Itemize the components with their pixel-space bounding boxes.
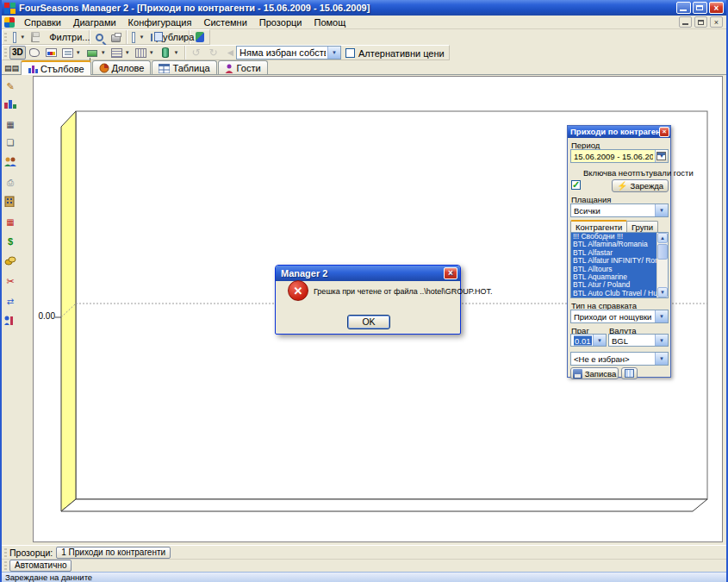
list-item[interactable]: BTL Alfamina/Romania: [571, 241, 656, 248]
filter-button[interactable]: Филтри...: [43, 30, 86, 44]
calculator-icon[interactable]: ▦: [3, 117, 17, 131]
pie-chart-icon: [99, 63, 109, 73]
toolbar-grip[interactable]: [4, 561, 7, 570]
hgrid-button[interactable]: ▼: [109, 46, 133, 59]
load-button[interactable]: ⚡ Зарежда: [612, 179, 669, 192]
list-item[interactable]: BTL Alfatur INFINITY/ Romani: [571, 257, 656, 265]
toolbar-grip[interactable]: [4, 548, 7, 557]
error-message: Грешка при четене от файла ..\hotel\GROU…: [314, 287, 455, 296]
window-cards-icon[interactable]: ▤▤: [3, 61, 17, 75]
threshold-input[interactable]: 0.01: [570, 334, 607, 347]
period-input[interactable]: 15.06.2009 - 15.06.2009: [570, 149, 669, 163]
menu-item[interactable]: Прозорци: [253, 16, 308, 28]
app-icon: [4, 3, 16, 14]
guests-group-icon[interactable]: [3, 155, 17, 169]
currency-select[interactable]: BGL: [608, 334, 669, 347]
legend-button[interactable]: ▼: [59, 46, 84, 59]
occupancy-grid-icon[interactable]: ▦: [3, 215, 17, 228]
tab-counteragents[interactable]: Контрагенти: [570, 220, 627, 232]
tab-bars[interactable]: Стълбове: [21, 60, 91, 75]
vgrid-button[interactable]: ▼: [133, 46, 157, 59]
panel-title-bar[interactable]: Приходи по контрагенти ×: [568, 126, 670, 138]
toolbar-grip[interactable]: [4, 48, 7, 57]
close-button[interactable]: ×: [709, 2, 724, 14]
cut-forbidden-icon[interactable]: ✂: [3, 274, 17, 288]
copy-window-icon[interactable]: ❏: [3, 135, 17, 149]
include-guests-checkbox[interactable]: [571, 180, 581, 190]
export-button[interactable]: ▼: [128, 30, 146, 44]
labels-button[interactable]: ▼: [84, 46, 109, 59]
restore-button[interactable]: [693, 2, 707, 14]
dollar-icon[interactable]: $: [3, 235, 17, 248]
duplicate-button[interactable]: Дублира: [146, 30, 186, 44]
alt-prices-checkbox[interactable]: [345, 47, 355, 58]
save-report-button[interactable]: Записва: [570, 367, 619, 379]
panel-close-icon[interactable]: ×: [659, 127, 669, 137]
chart-report-icon[interactable]: [3, 97, 17, 111]
edit-report-icon[interactable]: ✎: [3, 79, 17, 93]
list-item[interactable]: !!! Свободни !!!: [571, 233, 656, 241]
window-tab-button[interactable]: 1 Приходи по контрагенти: [56, 547, 171, 559]
series-marks-button[interactable]: [43, 46, 59, 59]
chart-3d-button[interactable]: 3D: [9, 46, 26, 59]
dialog-close-icon[interactable]: ×: [444, 267, 457, 279]
tab-guests[interactable]: Гости: [218, 60, 268, 75]
toolbar-main: ▼ Филтри... ▼ Дублира: [2, 29, 210, 45]
error-icon: ✕: [288, 280, 308, 301]
dropdown-arrow-icon[interactable]: [655, 204, 668, 216]
list-item[interactable]: BTL Auto Club Travel / Hunga: [571, 290, 656, 297]
payments-icon[interactable]: [3, 254, 17, 268]
tab-groups[interactable]: Групи: [626, 221, 658, 233]
dropdown-arrow-icon[interactable]: [593, 335, 606, 346]
mdi-close-button[interactable]: ×: [710, 16, 723, 28]
minimize-button[interactable]: [676, 2, 691, 14]
menu-item[interactable]: Справки: [18, 16, 67, 28]
ok-button[interactable]: OK: [347, 315, 390, 329]
automatic-button[interactable]: Автоматично: [9, 560, 72, 572]
tab-pies[interactable]: Дялове: [92, 60, 152, 75]
print-preview-button[interactable]: [92, 30, 108, 44]
report-type-select[interactable]: Приходи от нощувки: [570, 310, 669, 323]
list-item[interactable]: BTL Atur / Poland: [571, 281, 656, 289]
list-item-partial[interactable]: [571, 297, 656, 298]
panel-title: Приходи по контрагенти: [570, 127, 669, 136]
grid-options-button[interactable]: [621, 367, 638, 379]
second-report-select[interactable]: <Не е избран>: [570, 352, 669, 366]
print-button[interactable]: [108, 30, 123, 44]
list-item[interactable]: BTL Alltours: [571, 266, 656, 273]
menu-item[interactable]: Помощ: [308, 16, 352, 28]
mdi-restore-button[interactable]: [694, 16, 707, 28]
menu-item[interactable]: Диаграми: [67, 16, 122, 28]
list-item[interactable]: BTL Alfastar: [571, 249, 656, 257]
menu-item[interactable]: Конфигурация: [122, 16, 198, 28]
dropdown-arrow-icon[interactable]: [655, 353, 668, 365]
rotate-left-button[interactable]: ↺: [188, 46, 205, 59]
list-item[interactable]: BTL Aquamarine: [571, 273, 656, 281]
dropdown-arrow-icon[interactable]: [655, 335, 668, 346]
save-button[interactable]: [28, 30, 43, 44]
dropdown-arrow-icon[interactable]: [655, 310, 668, 322]
payments-select[interactable]: Всички: [570, 203, 669, 217]
database-button[interactable]: [192, 30, 208, 44]
chart-shape-button[interactable]: [26, 46, 43, 59]
list-scrollbar[interactable]: ▲ ▼: [656, 233, 668, 297]
cashier-icon[interactable]: ⎙: [3, 175, 17, 189]
scroll-thumb[interactable]: [657, 244, 668, 260]
bar-style-button[interactable]: ▼: [157, 46, 182, 59]
dialog-title-bar[interactable]: Manager 2 ×: [276, 266, 460, 281]
auto-bar: Автоматично: [2, 559, 726, 572]
scroll-up-icon[interactable]: ▲: [657, 233, 668, 243]
mdi-minimize-button[interactable]: [679, 16, 692, 28]
guest-stats-icon[interactable]: [3, 314, 17, 328]
owner-select[interactable]: Няма избран собственици: [236, 46, 341, 59]
dropdown-arrow-icon[interactable]: [327, 47, 340, 59]
new-report-button[interactable]: ▼: [9, 30, 28, 44]
toolbar-grip[interactable]: [4, 33, 7, 41]
menu-item[interactable]: Системни: [197, 16, 252, 28]
hotel-building-icon[interactable]: [3, 195, 17, 209]
tab-table[interactable]: Таблица: [152, 60, 216, 75]
transfer-icon[interactable]: ⇄: [3, 294, 17, 308]
calendar-button[interactable]: [655, 150, 668, 162]
rotate-right-button[interactable]: ↻: [205, 46, 222, 59]
scroll-down-icon[interactable]: ▼: [657, 287, 668, 297]
